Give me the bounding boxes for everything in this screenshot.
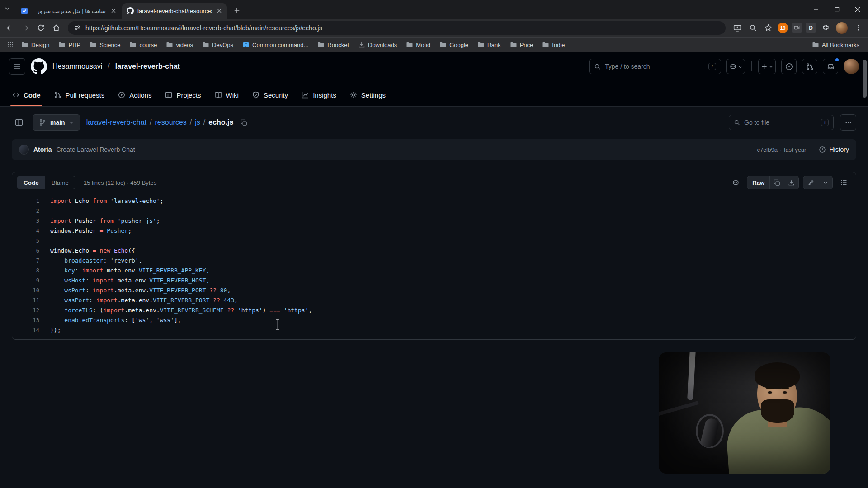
browser-tab-1[interactable]: سایت ها | پنل مدیریت سرور [16,3,121,19]
breadcrumb-repo-link[interactable]: laravel-reverb-chat [86,118,146,127]
tab-settings[interactable]: Settings [344,84,392,106]
bookmark-item[interactable]: PHP [54,40,85,50]
line-number[interactable]: 8 [12,266,50,276]
breadcrumb-repo[interactable]: laravel-reverb-chat [115,62,180,70]
tab-title: سایت ها | پنل مدیریت سرور [32,8,106,14]
back-button[interactable] [3,21,17,35]
copy-file-icon[interactable] [769,176,784,189]
all-bookmarks-button[interactable]: All Bookmarks [808,40,863,50]
extensions-puzzle-icon[interactable] [818,21,833,35]
line-number[interactable]: 4 [12,226,50,236]
extension-d-icon[interactable]: D [806,23,816,33]
tab-security[interactable]: Security [246,84,294,106]
refresh-button[interactable] [33,21,48,35]
window-maximize-button[interactable] [826,0,847,19]
global-nav-menu-button[interactable] [9,58,25,75]
browser-tab-2[interactable]: laravel-reverb-chat/resources/j [122,3,227,19]
tab-insights[interactable]: Insights [296,84,342,106]
inbox-button[interactable] [823,59,838,74]
download-icon[interactable] [784,176,798,189]
github-search-input[interactable]: Type / to search / [589,59,721,74]
save-to-device-icon[interactable] [730,21,745,35]
commit-message[interactable]: Create Laravel Reverb Chat [56,146,135,153]
branch-selector[interactable]: main [33,114,80,131]
issues-button[interactable] [781,59,797,74]
code-text: enabledTransports: ['ws', 'wss'], [50,315,181,325]
tab-pull-requests[interactable]: Pull requests [48,84,111,106]
breadcrumb-owner[interactable]: Hesammousavi [52,62,102,70]
forward-button[interactable] [18,21,33,35]
apps-grid-icon[interactable] [5,39,16,51]
browser-profile-avatar[interactable] [836,22,848,34]
breadcrumb-js-link[interactable]: js [195,118,200,127]
line-number[interactable]: 12 [12,305,50,315]
bookmark-item[interactable]: Downloads [354,40,401,50]
edit-chevron-icon[interactable] [818,176,832,189]
home-button[interactable] [49,21,63,35]
history-button[interactable]: History [819,146,849,153]
browser-menu-icon[interactable] [851,21,865,35]
extension-blocker-icon[interactable]: 19 [778,23,788,33]
tab-list-chevron-icon[interactable] [5,6,10,11]
github-avatar[interactable] [844,59,859,74]
edit-pencil-icon[interactable] [803,176,818,189]
window-minimize-button[interactable] [806,0,826,19]
line-number[interactable]: 2 [12,206,50,216]
tab-projects[interactable]: Projects [159,84,207,106]
symbols-outline-icon[interactable] [837,176,851,189]
new-tab-button[interactable] [231,4,243,17]
line-number[interactable]: 3 [12,216,50,226]
bookmark-item[interactable]: Mofid [402,40,434,50]
code-line: 14}); [12,325,856,335]
tab-close-icon[interactable] [215,7,223,15]
tab-wiki[interactable]: Wiki [209,84,245,106]
create-new-button[interactable] [758,59,776,74]
bookmark-star-icon[interactable] [761,21,775,35]
bookmark-item[interactable]: Google [435,40,472,50]
line-number[interactable]: 10 [12,286,50,296]
line-number[interactable]: 6 [12,246,50,256]
bookmark-item[interactable]: Bank [473,40,505,50]
more-options-button[interactable] [840,114,856,131]
line-number[interactable]: 13 [12,315,50,325]
copy-path-icon[interactable] [241,119,247,126]
bookmark-item[interactable]: course [125,40,161,50]
line-number[interactable]: 7 [12,256,50,266]
commit-sha[interactable]: c7cfb9a [757,146,778,153]
bookmark-item[interactable]: Common command... [238,40,312,50]
bookmark-item[interactable]: DevOps [198,40,237,50]
side-panel-button[interactable] [12,115,26,130]
raw-button[interactable]: Raw [747,176,769,189]
bookmark-item[interactable]: Indie [538,40,569,50]
pull-requests-button[interactable] [802,59,817,74]
tab-actions[interactable]: Actions [112,84,157,106]
bookmark-item[interactable]: videos [162,40,197,50]
bookmark-item[interactable]: Science [85,40,124,50]
tab-close-icon[interactable] [109,7,118,15]
line-number[interactable]: 11 [12,296,50,305]
github-logo[interactable] [31,58,47,75]
tab-blame-view[interactable]: Blame [45,176,75,189]
site-settings-tune-icon[interactable] [74,24,81,31]
commit-author[interactable]: Atoria [33,146,52,153]
line-number[interactable]: 9 [12,276,50,286]
window-close-button[interactable] [847,0,868,19]
commit-author-avatar[interactable] [19,145,29,155]
copilot-button[interactable] [726,59,745,74]
breadcrumb-resources-link[interactable]: resources [155,118,187,127]
go-to-file-search[interactable]: Go to file t [729,115,834,130]
zoom-icon[interactable] [745,21,760,35]
bookmark-item[interactable]: Design [17,40,53,50]
line-number[interactable]: 5 [12,236,50,246]
page-scrollbar-thumb[interactable] [863,60,867,98]
tab-code-view[interactable]: Code [17,176,45,189]
tab-code[interactable]: Code [6,84,47,106]
copilot-icon[interactable] [728,176,743,189]
bookmark-item[interactable]: Roocket [313,40,353,50]
line-number[interactable]: 14 [12,325,50,335]
line-number[interactable]: 1 [12,196,50,206]
bookmark-item[interactable]: Price [506,40,538,50]
extension-camera-icon[interactable] [792,23,802,33]
url-bar[interactable]: https://github.com/Hesammousavi/laravel-… [68,21,726,35]
inbox-icon [827,63,835,70]
